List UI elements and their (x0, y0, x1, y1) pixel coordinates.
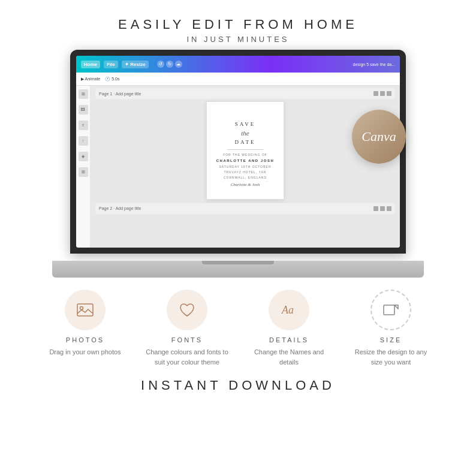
feature-details: Aa DETAILS Change the Names and details (247, 290, 331, 367)
photo-icon (76, 300, 95, 320)
svg-rect-3 (384, 305, 394, 315)
laptop-base (52, 261, 424, 278)
page-bar-icon-4 (373, 206, 378, 211)
aa-icon: Aa (279, 300, 299, 320)
resize-icon (381, 300, 400, 320)
details-circle: Aa (269, 290, 309, 330)
venue-text: TREVAYZ HOTEL, YAR (224, 170, 267, 175)
laptop-wrapper: Home File ✦ Resize ↺ ↻ ☁ design 5 save t… (52, 50, 424, 278)
photos-desc: Drag in your own photos (49, 347, 120, 357)
feature-fonts: FONTS Change colours and fonts to suit y… (145, 290, 229, 367)
size-circle (370, 290, 411, 330)
canva-nav-resize[interactable]: ✦ Resize (122, 61, 149, 68)
page-1-label: Page 1 · Add page title (99, 92, 141, 96)
sidebar-uploads-icon[interactable]: ↑ (79, 136, 88, 146)
redo-icon[interactable]: ↻ (166, 61, 173, 68)
canva-sidebar: ⊞ 🖼 T ↑ ◈ ⊞ (76, 86, 91, 248)
design-name: design 5 save the da... (353, 62, 395, 67)
sidebar-elements-icon[interactable]: ⊞ (79, 89, 88, 99)
sidebar-apps-icon[interactable]: ⊞ (79, 167, 88, 177)
page-bar-icon-3 (387, 91, 391, 96)
features-row: PHOTOS Drag in your own photos FONTS Cha… (19, 290, 457, 367)
page-bar-icon-6 (387, 206, 391, 211)
page-1-bar: Page 1 · Add page title (95, 88, 395, 99)
fonts-circle (167, 290, 207, 330)
laptop-screen: Home File ✦ Resize ↺ ↻ ☁ design 5 save t… (76, 56, 400, 248)
fonts-label: FONTS (171, 336, 203, 344)
details-label: DETAILS (269, 336, 309, 344)
photos-circle (65, 290, 106, 330)
svg-point-1 (80, 307, 83, 310)
sidebar-text-icon[interactable]: T (79, 120, 88, 130)
laptop-notch (220, 264, 256, 267)
main-title: EASILY EDIT FROM HOME (118, 17, 358, 32)
heart-icon (177, 300, 197, 320)
the-text: the (241, 129, 249, 137)
photos-label: PHOTOS (66, 336, 104, 344)
details-desc: Change the Names and details (247, 347, 331, 367)
undo-icon[interactable]: ↺ (157, 61, 164, 68)
names-text: CHARLOTTE AND JOSH (216, 158, 274, 164)
day-text: SATURDAY 16TH OCTOBER (219, 164, 271, 170)
signature-text: Charlotte & Josh (231, 182, 260, 187)
size-label: SIZE (380, 336, 402, 344)
page-bar-icon-1 (373, 91, 378, 96)
date-text: DATE (235, 138, 256, 146)
sidebar-photos-icon[interactable]: 🖼 (79, 105, 88, 115)
subtitle-text: FOR THE WEDDING OF (223, 152, 267, 158)
canva-main: ⊞ 🖼 T ↑ ◈ ⊞ Page 1 · Add page title (76, 86, 400, 248)
divider-1 (227, 149, 263, 150)
save-text: SAVE (235, 120, 255, 128)
svg-text:Aa: Aa (281, 304, 294, 316)
canva-badge-text: Canva (361, 129, 396, 144)
canva-toolbar: ▶ Animate 🕐 5.0s (76, 73, 400, 86)
animate-button[interactable]: ▶ Animate (81, 77, 100, 82)
canva-topbar: Home File ✦ Resize ↺ ↻ ☁ design 5 save t… (76, 56, 400, 73)
canva-canvas-area: Page 1 · Add page title SAVE the DATE (91, 86, 400, 248)
canva-topbar-icons: ↺ ↻ ☁ (157, 61, 182, 68)
laptop-body: Home File ✦ Resize ↺ ↻ ☁ design 5 save t… (70, 50, 406, 254)
page-bar-icon-5 (380, 206, 385, 211)
fonts-desc: Change colours and fonts to suit your co… (145, 347, 229, 367)
size-desc: Resize the design to any size you want (349, 347, 433, 367)
duration-display: 🕐 5.0s (105, 77, 119, 82)
feature-size: SIZE Resize the design to any size you w… (349, 290, 433, 367)
svg-rect-0 (77, 304, 93, 316)
page-bar-icon-2 (380, 91, 385, 96)
design-page: SAVE the DATE FOR THE WEDDING OF CHARLOT… (206, 101, 284, 200)
footer-text: INSTANT DOWNLOAD (141, 378, 335, 393)
header-section: EASILY EDIT FROM HOME IN JUST MINUTES (118, 0, 358, 44)
cloud-icon[interactable]: ☁ (175, 61, 182, 68)
canva-nav-file[interactable]: File (104, 61, 118, 68)
page-2-label: Page 2 · Add page title (99, 206, 141, 210)
location-text: CORNWALL, ENGLAND (224, 175, 267, 180)
feature-photos: PHOTOS Drag in your own photos (43, 290, 127, 367)
sub-title: IN JUST MINUTES (118, 35, 358, 44)
canva-badge: Canva (352, 110, 406, 164)
page-2-bar: Page 2 · Add page title (95, 203, 395, 214)
canva-nav-home[interactable]: Home (81, 61, 100, 68)
sidebar-brand-icon[interactable]: ◈ (79, 152, 88, 161)
